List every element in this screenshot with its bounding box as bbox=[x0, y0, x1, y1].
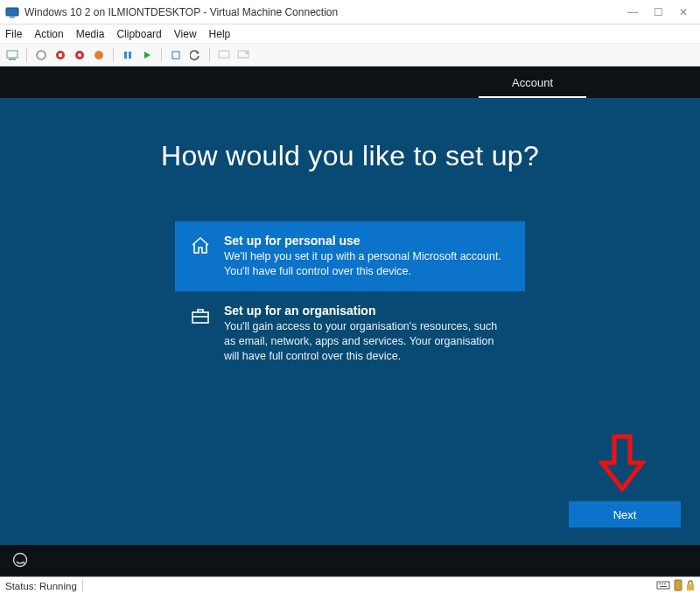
share-icon[interactable] bbox=[236, 48, 250, 62]
menu-file[interactable]: File bbox=[5, 28, 22, 40]
reset-icon[interactable] bbox=[140, 48, 154, 62]
svg-rect-21 bbox=[657, 582, 669, 589]
keyboard-icon bbox=[656, 580, 670, 592]
start-icon[interactable] bbox=[34, 48, 48, 62]
menu-clipboard[interactable]: Clipboard bbox=[116, 28, 161, 40]
status-tray bbox=[656, 579, 695, 593]
menu-action[interactable]: Action bbox=[34, 28, 63, 40]
oobe-main: How would you like to set up? Set up for… bbox=[0, 98, 700, 545]
window-titlebar: Windows 10 2 on ILMIONTDESKTOP - Virtual… bbox=[0, 0, 700, 24]
annotation-arrow-icon bbox=[598, 433, 646, 494]
ctrl-alt-del-icon[interactable] bbox=[5, 48, 19, 62]
checkpoint-icon[interactable] bbox=[169, 48, 183, 62]
option-personal-desc: We'll help you set it up with a personal… bbox=[224, 249, 511, 279]
svg-rect-13 bbox=[172, 52, 179, 59]
home-icon bbox=[189, 235, 212, 258]
svg-point-4 bbox=[37, 51, 46, 59]
setup-options: Set up for personal use We'll help you s… bbox=[175, 221, 525, 375]
option-org-title: Set up for an organisation bbox=[224, 304, 511, 318]
svg-point-9 bbox=[94, 51, 103, 59]
svg-rect-23 bbox=[662, 584, 663, 584]
maximize-button[interactable]: ☐ bbox=[654, 6, 663, 18]
toolbar-separator bbox=[209, 48, 210, 62]
briefcase-icon bbox=[189, 305, 212, 328]
option-org-desc: You'll gain access to your organisation'… bbox=[224, 319, 511, 364]
shutdown-icon[interactable] bbox=[73, 48, 87, 62]
vm-display: Account How would you like to set up? Se… bbox=[0, 66, 700, 577]
toolbar bbox=[0, 44, 700, 66]
menu-bar: File Action Media Clipboard View Help bbox=[0, 24, 700, 44]
svg-rect-18 bbox=[192, 312, 208, 323]
pause-icon[interactable] bbox=[121, 48, 135, 62]
option-personal-title: Set up for personal use bbox=[224, 234, 511, 248]
option-organisation[interactable]: Set up for an organisation You'll gain a… bbox=[175, 291, 525, 376]
svg-rect-3 bbox=[9, 59, 16, 60]
status-separator bbox=[82, 580, 83, 592]
close-button[interactable]: ✕ bbox=[679, 6, 688, 18]
svg-point-19 bbox=[14, 553, 27, 566]
svg-point-17 bbox=[245, 51, 248, 54]
toolbar-separator bbox=[161, 48, 162, 62]
svg-rect-24 bbox=[664, 584, 666, 584]
disk-icon bbox=[674, 579, 682, 593]
revert-icon[interactable] bbox=[188, 48, 202, 62]
svg-rect-25 bbox=[660, 586, 667, 587]
turnoff-icon[interactable] bbox=[53, 48, 67, 62]
tab-account[interactable]: Account bbox=[479, 69, 586, 98]
oobe-footer bbox=[0, 545, 700, 577]
option-personal-use[interactable]: Set up for personal use We'll help you s… bbox=[175, 221, 525, 291]
svg-rect-1 bbox=[10, 17, 15, 18]
page-title: How would you like to set up? bbox=[161, 140, 539, 172]
menu-view[interactable]: View bbox=[174, 28, 197, 40]
window-title: Windows 10 2 on ILMIONTDESKTOP - Virtual… bbox=[24, 6, 627, 18]
svg-rect-15 bbox=[219, 51, 229, 58]
svg-rect-26 bbox=[675, 580, 682, 591]
menu-media[interactable]: Media bbox=[76, 28, 105, 40]
toolbar-separator bbox=[113, 48, 114, 62]
ease-of-access-icon[interactable] bbox=[12, 552, 28, 570]
svg-rect-10 bbox=[124, 52, 127, 59]
svg-rect-11 bbox=[129, 52, 131, 59]
enhanced-session-icon[interactable] bbox=[217, 48, 231, 62]
lock-icon bbox=[686, 579, 695, 593]
toolbar-separator bbox=[26, 48, 27, 62]
window-controls: — ☐ ✕ bbox=[627, 6, 695, 18]
next-button[interactable]: Next bbox=[569, 501, 681, 528]
svg-rect-0 bbox=[6, 8, 18, 16]
minimize-button[interactable]: — bbox=[627, 6, 638, 18]
status-bar: Status: Running bbox=[0, 577, 700, 594]
menu-help[interactable]: Help bbox=[209, 28, 231, 40]
svg-rect-6 bbox=[59, 53, 62, 57]
oobe-header: Account bbox=[0, 66, 700, 98]
status-label: Status: Running bbox=[5, 581, 77, 591]
svg-marker-12 bbox=[144, 52, 150, 59]
svg-marker-14 bbox=[196, 51, 200, 54]
app-icon bbox=[5, 5, 19, 19]
svg-rect-27 bbox=[687, 584, 694, 591]
svg-rect-22 bbox=[659, 584, 661, 584]
save-icon[interactable] bbox=[92, 48, 106, 62]
svg-rect-2 bbox=[7, 51, 18, 58]
svg-point-8 bbox=[78, 53, 81, 57]
